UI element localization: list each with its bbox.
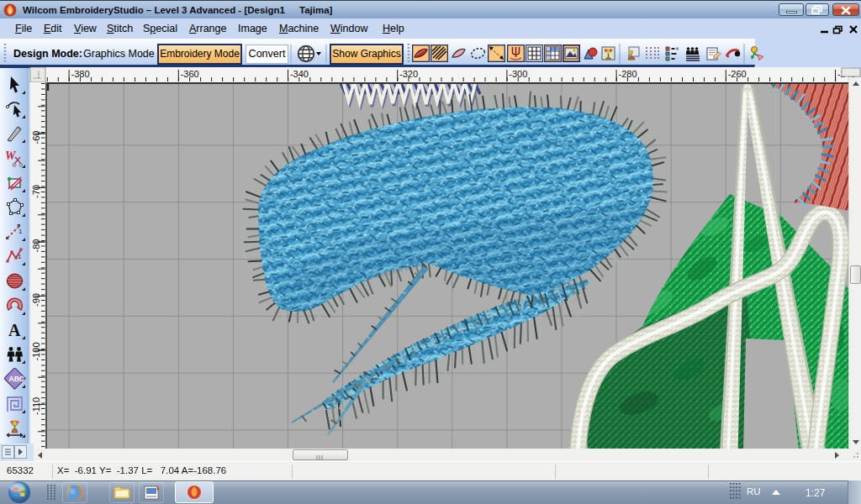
svg-text:-80: -80 [31, 239, 41, 253]
svg-text:-110: -110 [31, 397, 41, 415]
svg-text:-100: -100 [31, 342, 41, 360]
svg-text:-60: -60 [31, 131, 41, 144]
svg-text:-90: -90 [31, 293, 41, 307]
svg-text:-70: -70 [31, 185, 41, 198]
